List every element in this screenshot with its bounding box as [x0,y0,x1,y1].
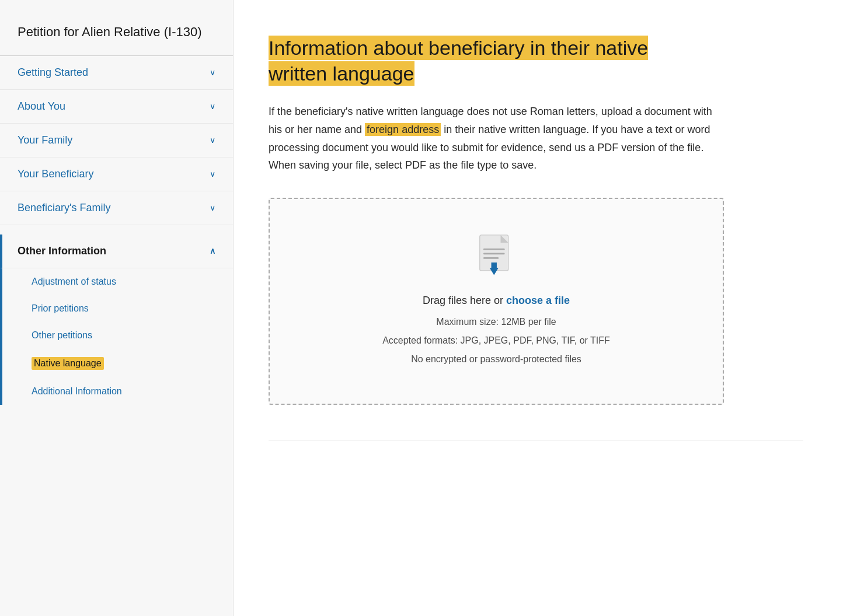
sidebar-sub-item-label: Other petitions [32,330,92,340]
chevron-down-icon: ∨ [210,102,215,111]
upload-drag-text: Drag files here or choose a file [293,295,699,307]
chevron-up-icon: ∧ [210,246,215,256]
chevron-down-icon: ∨ [210,135,215,145]
chevron-down-icon: ∨ [210,169,215,178]
sidebar-item-your-family[interactable]: Your Family ∨ [0,124,233,158]
upload-dropzone[interactable]: Drag files here or choose a file Maximum… [269,198,724,405]
sidebar-item-getting-started[interactable]: Getting Started ∨ [0,56,233,90]
upload-max-size: Maximum size: 12MB per file [293,313,699,331]
sidebar-item-label: Getting Started [18,66,88,79]
sidebar-item-about-you[interactable]: About You ∨ [0,90,233,124]
page-title-text: Information about beneficiary in their n… [269,36,648,86]
bottom-divider [269,440,803,440]
sidebar-item-label: Other Information [18,245,106,257]
sidebar-item-label: Your Beneficiary [18,168,93,180]
chevron-down-icon: ∨ [210,203,215,212]
sidebar-item-prior-petitions[interactable]: Prior petitions [0,295,233,322]
sidebar-item-other-petitions[interactable]: Other petitions [0,322,233,349]
choose-file-link[interactable]: choose a file [506,295,570,306]
upload-formats: Accepted formats: JPG, JPEG, PDF, PNG, T… [293,331,699,350]
sidebar-item-other-information[interactable]: Other Information ∧ [0,235,233,268]
sidebar-item-adjustment-of-status[interactable]: Adjustment of status [0,268,233,295]
sidebar-item-label: About You [18,100,65,113]
sidebar-sub-item-label: Native language [32,357,104,370]
sidebar-item-additional-information[interactable]: Additional Information [0,378,233,405]
upload-info-block: Maximum size: 12MB per file Accepted for… [293,313,699,369]
sidebar: Petition for Alien Relative (I-130) Gett… [0,0,234,616]
upload-document-icon [476,234,517,283]
description-paragraph: If the beneficiary's native written lang… [269,103,724,174]
sidebar-item-beneficiarys-family[interactable]: Beneficiary's Family ∨ [0,191,233,225]
sidebar-sub-item-label: Prior petitions [32,303,89,313]
sidebar-sub-item-label: Additional Information [32,386,122,396]
main-content: Information about beneficiary in their n… [234,0,850,616]
chevron-down-icon: ∨ [210,68,215,77]
sidebar-sub-item-label: Adjustment of status [32,276,116,286]
sidebar-item-label: Your Family [18,134,72,146]
sidebar-item-label: Beneficiary's Family [18,202,110,214]
foreign-address-highlight: foreign address [365,123,441,136]
sidebar-title: Petition for Alien Relative (I-130) [0,23,233,56]
sidebar-item-your-beneficiary[interactable]: Your Beneficiary ∨ [0,158,233,191]
page-title: Information about beneficiary in their n… [269,35,706,86]
sidebar-item-native-language[interactable]: Native language [0,349,233,378]
upload-no-encrypted: No encrypted or password-protected files [293,350,699,369]
